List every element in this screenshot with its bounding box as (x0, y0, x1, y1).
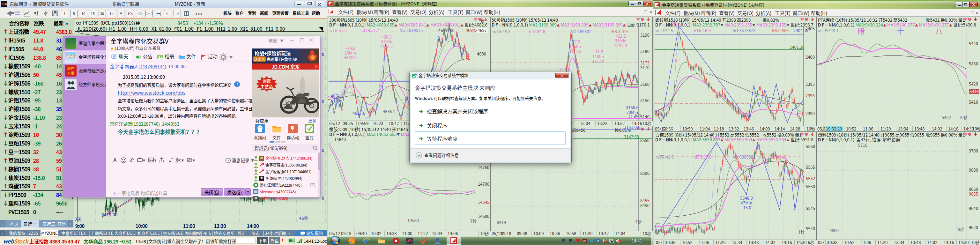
svg-text:工艺品: 工艺品 (260, 83, 273, 89)
svg-text:▼: ▼ (181, 159, 184, 163)
svg-text:▼: ▼ (154, 159, 156, 163)
svg-text:▼: ▼ (192, 159, 195, 163)
svg-text:8419.00: 8419.00 (102, 211, 118, 218)
svg-text:A: A (113, 157, 117, 163)
svg-text:▼: ▼ (143, 159, 145, 163)
svg-text:?: ? (236, 81, 238, 87)
svg-text:wh: wh (583, 239, 586, 242)
svg-text:e: e (363, 237, 368, 245)
